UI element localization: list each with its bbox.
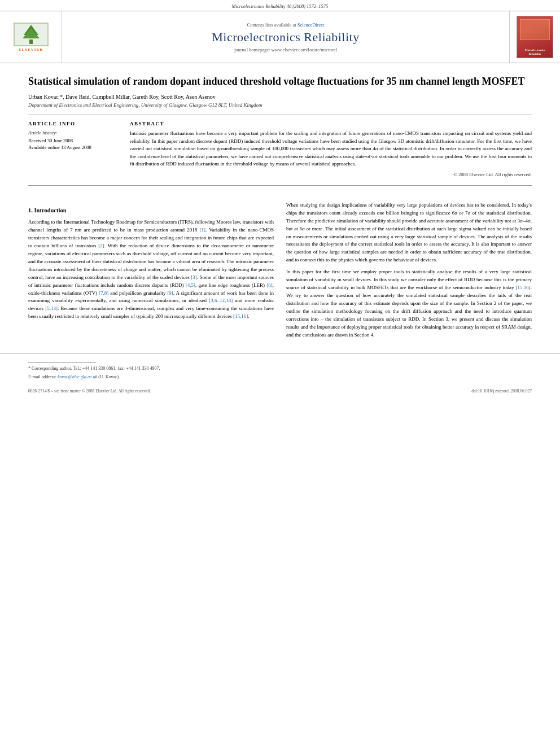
abstract-heading: ABSTRACT bbox=[130, 121, 532, 126]
footer-bottom-right: doi:10.1016/j.microrel.2008.06.027 bbox=[471, 388, 532, 394]
body-right-col: When studying the design implications of… bbox=[286, 202, 532, 343]
abstract-col: ABSTRACT Intrinsic parameter fluctuation… bbox=[130, 121, 532, 177]
abstract-text: Intrinsic parameter fluctuations have be… bbox=[130, 130, 532, 168]
body-para-1: According to the International Technolog… bbox=[28, 219, 274, 321]
article-area: Statistical simulation of random dopant … bbox=[0, 63, 560, 202]
body-para-3: In this paper for the first time we empl… bbox=[286, 268, 532, 339]
elsevier-logo-area: ELSEVIER bbox=[0, 11, 62, 63]
sciencedirect-line: Contents lists available at ScienceDirec… bbox=[247, 22, 325, 28]
journal-citation-header: Microelectronics Reliability 48 (2008) 1… bbox=[0, 0, 560, 11]
sciencedirect-link[interactable]: ScienceDirect bbox=[298, 22, 325, 28]
svg-rect-1 bbox=[29, 40, 33, 44]
article-meta-row: ARTICLE INFO Article history: Received 3… bbox=[28, 121, 532, 177]
body-left-col: 1. Introduction According to the Interna… bbox=[28, 202, 274, 343]
footer-bottom-left: 0026-2714/$ – see front matter © 2008 El… bbox=[28, 388, 151, 394]
article-received: Received 30 June 2008 bbox=[28, 138, 119, 143]
footnote-email[interactable]: kovac@elec.gla.ac.uk bbox=[58, 374, 97, 379]
page: Microelectronics Reliability 48 (2008) 1… bbox=[0, 0, 560, 747]
article-info-heading: ARTICLE INFO bbox=[28, 121, 119, 126]
article-available: Available online 13 August 2008 bbox=[28, 145, 119, 150]
journal-citation-text: Microelectronics Reliability 48 (2008) 1… bbox=[232, 3, 329, 9]
article-title: Statistical simulation of random dopant … bbox=[28, 75, 532, 88]
journal-homepage: journal homepage: www.elsevier.com/locat… bbox=[234, 47, 337, 53]
journal-title: Microelectronics Reliability bbox=[212, 30, 359, 45]
section1-heading: 1. Introduction bbox=[28, 206, 274, 215]
elsevier-tree-icon bbox=[14, 23, 49, 46]
journal-cover-area: Microelectronics Reliability bbox=[509, 11, 560, 63]
journal-banner: ELSEVIER Contents lists available at Sci… bbox=[0, 11, 560, 63]
journal-info-center: Contents lists available at ScienceDirec… bbox=[62, 11, 509, 63]
footer-area: * Corresponding author. Tel.: +44 141 33… bbox=[0, 353, 560, 386]
footnote-email-line: E-mail address: kovac@elec.gla.ac.uk (U.… bbox=[28, 374, 532, 381]
footnote-rule bbox=[28, 362, 96, 362]
copyright-line: © 2008 Elsevier Ltd. All rights reserved… bbox=[130, 172, 532, 177]
article-history-label: Article history: bbox=[28, 130, 119, 136]
article-affiliation: Department of Electronics and Electrical… bbox=[28, 102, 532, 108]
journal-cover-thumbnail: Microelectronics Reliability bbox=[517, 16, 553, 58]
body-para-2: When studying the design implications of… bbox=[286, 202, 532, 265]
divider-2 bbox=[28, 185, 532, 186]
elsevier-logo: ELSEVIER bbox=[14, 23, 49, 52]
cover-label: Microelectronics Reliability bbox=[525, 49, 545, 56]
elsevier-brand-text: ELSEVIER bbox=[19, 47, 43, 52]
article-info-col: ARTICLE INFO Article history: Received 3… bbox=[28, 121, 119, 177]
divider-1 bbox=[28, 115, 532, 115]
footnote-star: * Corresponding author. Tel.: +44 141 33… bbox=[28, 365, 532, 372]
body-area: 1. Introduction According to the Interna… bbox=[0, 202, 560, 343]
footer-bottom: 0026-2714/$ – see front matter © 2008 El… bbox=[0, 386, 560, 396]
article-authors: Urban Kovac *, Dave Reid, Campbell Milla… bbox=[28, 94, 532, 100]
